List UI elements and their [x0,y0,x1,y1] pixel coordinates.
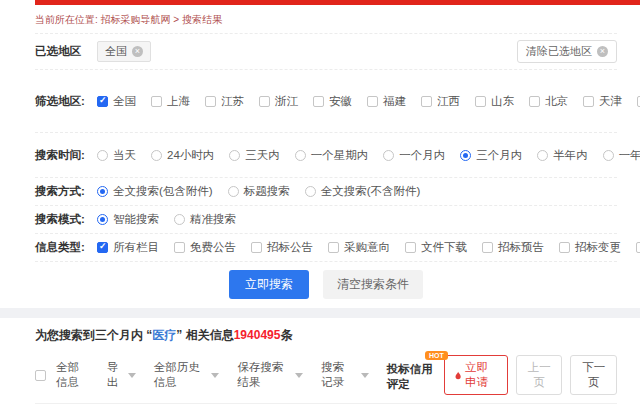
checkbox-icon[interactable] [328,242,339,253]
radio-icon[interactable] [460,150,471,161]
history-menu[interactable]: 全部历史信息 [154,360,220,390]
radio-icon[interactable] [174,214,185,225]
time-option[interactable]: 当天 [97,148,136,163]
mode-option[interactable]: 标题搜索 [228,184,290,199]
radio-icon[interactable] [383,150,394,161]
region-option[interactable]: 上海 [151,94,190,109]
info-type-option-selected[interactable]: 所有栏目 [97,240,159,255]
chevron-down-icon [128,373,136,378]
checkbox-icon[interactable] [475,96,486,107]
select-all-checkbox[interactable]: 全部信息 [35,360,89,390]
time-option[interactable]: 三天内 [229,148,280,163]
mode-option[interactable]: 全文搜索(不含附件) [305,184,421,199]
search-time-row: 搜索时间: 当天 24小时内 三天内 一个星期内 一个月内 三个月内 半年内 一… [35,133,617,178]
info-type-option[interactable]: 招标变更 [559,240,621,255]
region-option-national[interactable]: 全国 [97,94,136,109]
region-option[interactable]: 江西 [421,94,460,109]
info-type-option[interactable]: 中标结果 [636,240,640,255]
checkbox-icon[interactable] [97,96,108,107]
region-option[interactable]: 天津 [583,94,622,109]
prev-page-button[interactable]: 上一页 [516,355,563,395]
radio-icon[interactable] [603,150,614,161]
mode-option-selected[interactable]: 全文搜索(包含附件) [97,184,213,199]
region-option[interactable]: 浙江 [259,94,298,109]
breadcrumb-label: 当前所在位置: [35,14,98,25]
time-option[interactable]: 一年内 [603,148,640,163]
clear-selected-regions-label: 清除已选地区 [526,44,592,59]
time-option[interactable]: 一个星期内 [295,148,369,163]
breadcrumb-site-link[interactable]: 招标采购导航网 [101,14,171,25]
info-type-option[interactable]: 文件下载 [405,240,467,255]
radio-icon[interactable] [97,214,108,225]
region-option[interactable]: 北京 [529,94,568,109]
checkbox-icon[interactable] [205,96,216,107]
search-records-label: 搜索记录 [321,360,355,390]
radio-icon[interactable] [97,186,108,197]
info-type-option[interactable]: 招标预告 [482,240,544,255]
info-type-option[interactable]: 招标公告 [251,240,313,255]
region-option[interactable]: 安徽 [313,94,352,109]
option-label: 采购意向 [344,240,390,255]
option-label: 江西 [437,94,460,109]
checkbox-icon[interactable] [583,96,594,107]
radio-icon[interactable] [537,150,548,161]
checkbox-icon[interactable] [421,96,432,107]
checkbox-icon[interactable] [174,242,185,253]
option-label: 招标变更 [575,240,621,255]
checkbox-icon[interactable] [482,242,493,253]
checkbox-icon[interactable] [529,96,540,107]
option-label: 山东 [491,94,514,109]
checkbox-icon[interactable] [367,96,378,107]
clear-selected-regions-button[interactable]: 清除已选地区 × [517,40,617,63]
search-records-menu[interactable]: 搜索记录 [321,360,368,390]
search-time-label: 搜索时间: [35,148,97,163]
chevron-down-icon [361,373,369,378]
radio-icon[interactable] [305,186,316,197]
option-label: 三个月内 [476,148,522,163]
save-results-menu[interactable]: 保存搜索结果 [237,360,303,390]
info-type-option[interactable]: 免费公告 [174,240,236,255]
time-option[interactable]: 半年内 [537,148,588,163]
checkbox-icon[interactable] [97,242,108,253]
region-option[interactable]: 江苏 [205,94,244,109]
radio-icon[interactable] [295,150,306,161]
region-option[interactable]: 福建 [367,94,406,109]
checkbox-icon[interactable] [151,96,162,107]
clear-filters-button[interactable]: 清空搜索条件 [323,270,423,299]
export-menu[interactable]: 导出 [107,360,136,390]
section-divider [0,308,640,318]
option-label: 北京 [545,94,568,109]
info-type-row: 信息类型: 所有栏目 免费公告 招标公告 采购意向 文件下载 招标预告 招标变更… [35,234,617,262]
model-option[interactable]: 精准搜索 [174,212,236,227]
next-page-button[interactable]: 下一页 [570,355,617,395]
breadcrumb-separator: > [173,14,179,25]
result-summary: 为您搜索到三个月内 “医疗” 相关信息1940495条 [35,318,617,348]
search-now-button[interactable]: 立即搜索 [229,270,309,299]
option-label: 当天 [113,148,136,163]
time-option[interactable]: 24小时内 [151,148,214,163]
checkbox-icon[interactable] [405,242,416,253]
info-type-option[interactable]: 采购意向 [328,240,390,255]
selected-region-tag-label: 全国 [105,44,127,59]
chevron-down-icon [295,373,303,378]
time-option-selected[interactable]: 三个月内 [460,148,522,163]
remove-region-icon[interactable]: × [132,46,143,57]
checkbox-icon[interactable] [559,242,570,253]
radio-icon[interactable] [229,150,240,161]
apply-now-button[interactable]: 立即申请 [444,355,508,395]
radio-icon[interactable] [228,186,239,197]
option-label: 免费公告 [190,240,236,255]
checkbox-icon[interactable] [636,242,640,253]
checkbox-icon[interactable] [251,242,262,253]
option-label: 天津 [599,94,622,109]
checkbox-icon[interactable] [313,96,324,107]
selected-region-tag[interactable]: 全国 × [97,41,151,62]
time-option[interactable]: 一个月内 [383,148,445,163]
region-option[interactable]: 山东 [475,94,514,109]
checkbox-icon[interactable] [35,370,46,381]
model-option-selected[interactable]: 智能搜索 [97,212,159,227]
radio-icon[interactable] [151,150,162,161]
search-mode-label: 搜索方式: [35,184,97,199]
radio-icon[interactable] [97,150,108,161]
checkbox-icon[interactable] [259,96,270,107]
